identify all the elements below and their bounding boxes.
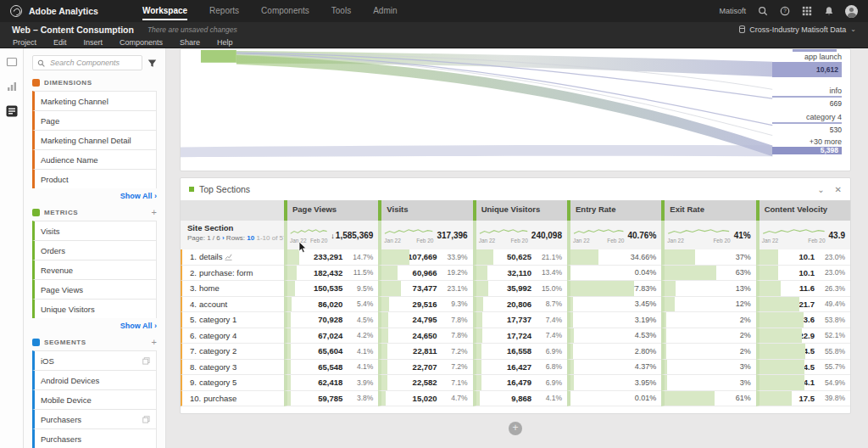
report-suite-selector[interactable]: Cross-Industry Matisoft Data ⌄ — [739, 25, 856, 34]
nav-item-admin[interactable]: Admin — [373, 0, 397, 22]
nav-item-reports[interactable]: Reports — [209, 0, 239, 22]
notifications-bell-icon[interactable] — [823, 6, 834, 17]
menu-item-edit[interactable]: Edit — [53, 38, 67, 47]
collapse-panel-icon[interactable]: ⌄ — [817, 185, 824, 194]
cell-value: 182,432 — [314, 268, 342, 277]
menu-item-project[interactable]: Project — [13, 38, 36, 47]
table-row-category-3[interactable]: 8.category 3 — [181, 360, 284, 376]
visualizations-icon[interactable] — [5, 80, 18, 92]
flow-node-app-launch[interactable]: app launch10,612 — [772, 53, 842, 77]
sidebar-item-page[interactable]: Page — [32, 110, 157, 130]
cell-value: 50,625 — [507, 252, 531, 261]
close-panel-icon[interactable]: ✕ — [835, 185, 842, 194]
search-components-input[interactable] — [48, 58, 137, 68]
sidebar-item-audience-name[interactable]: Audience Name — [32, 149, 157, 169]
show-all-metrics[interactable]: Show All › — [32, 322, 157, 330]
cell-visits: 24,7957.8% — [378, 312, 472, 328]
show-all-dimensions[interactable]: Show All › — [32, 192, 157, 200]
table-row-category-1[interactable]: 5.category 1 — [181, 312, 284, 328]
apps-grid-icon[interactable] — [801, 6, 812, 17]
flow-node--30-more[interactable]: +30 more5,398 — [772, 137, 842, 154]
cell-percent: 26.3% — [818, 284, 845, 293]
column-header-page-views[interactable]: Page Views — [284, 200, 378, 221]
cell-value: 32,110 — [507, 268, 531, 277]
table-row-details[interactable]: 1.details — [181, 249, 284, 266]
cell-percent: 4.5% — [346, 316, 373, 324]
cell-bar — [570, 344, 573, 359]
cell-value: 35,992 — [507, 283, 531, 293]
cell-value: 24,650 — [413, 331, 437, 340]
nav-item-tools[interactable]: Tools — [331, 0, 351, 22]
sidebar-item-unique-visitors[interactable]: Unique Visitors — [32, 299, 157, 318]
cell-bar — [570, 281, 634, 296]
cell-rate: 3.45% — [635, 300, 657, 308]
filter-icon[interactable] — [147, 59, 157, 68]
user-avatar[interactable] — [845, 5, 858, 18]
segments-icon — [32, 339, 40, 346]
row-rank: 2. — [190, 268, 197, 277]
next-page-chevron[interactable]: › — [222, 234, 225, 242]
flow-source-node[interactable] — [201, 50, 236, 63]
cell-bar — [760, 249, 778, 265]
sidebar-item-page-views[interactable]: Page Views — [32, 279, 157, 299]
menu-item-share[interactable]: Share — [180, 38, 200, 47]
site-section-header[interactable]: Site Section — [187, 223, 281, 232]
add-segments-button[interactable]: + — [152, 339, 157, 346]
sidebar-item-purchasers[interactable]: Purchasers — [32, 428, 157, 448]
menu-item-help[interactable]: Help — [217, 38, 233, 47]
flow-node-info[interactable]: info669 — [772, 87, 842, 108]
column-header-content-velocity[interactable]: Content Velocity — [756, 200, 850, 221]
table-row-purchase[interactable]: 10.purchase — [181, 391, 284, 407]
table-row-purchase-form[interactable]: 2.purchase: form — [181, 266, 284, 282]
table-row-category-2[interactable]: 7.category 2 — [181, 344, 284, 360]
menu-item-components[interactable]: Components — [120, 38, 163, 47]
cell-entry-rate: 77.83% — [567, 281, 661, 297]
column-header-exit-rate[interactable]: Exit Rate — [661, 200, 755, 221]
add-metrics-button[interactable]: + — [152, 209, 157, 216]
search-icon[interactable] — [757, 6, 768, 17]
menu-item-insert[interactable]: Insert — [84, 38, 103, 47]
cell-bar — [760, 391, 792, 406]
sidebar-item-ios[interactable]: iOS — [32, 350, 157, 370]
trend-view-icon[interactable] — [225, 253, 232, 260]
table-row-category-4[interactable]: 6.category 4 — [181, 328, 284, 344]
help-icon[interactable]: ? — [779, 6, 790, 17]
cell-rate: 3% — [740, 378, 751, 387]
cell-bar — [476, 312, 482, 328]
sidebar-item-product[interactable]: Product — [32, 169, 157, 188]
component-label: iOS — [41, 356, 54, 366]
sidebar-item-mobile-device[interactable]: Mobile Device — [32, 389, 157, 409]
sidebar-item-orders[interactable]: Orders — [32, 240, 157, 260]
cell-rate: 3.19% — [635, 316, 657, 324]
rows-per-page[interactable]: 10 — [247, 234, 254, 242]
panels-icon[interactable] — [5, 55, 18, 68]
table-row-account[interactable]: 4.account — [181, 297, 284, 313]
flow-node-category-4[interactable]: category 4530 — [772, 113, 842, 134]
sort-descending-icon[interactable]: ↓ — [331, 232, 335, 240]
sidebar-item-purchasers[interactable]: Purchasers — [32, 409, 157, 428]
cell-exit-rate: 37% — [661, 249, 755, 266]
sidebar-item-revenue[interactable]: Revenue — [32, 260, 157, 279]
column-header-entry-rate[interactable]: Entry Rate — [567, 200, 661, 221]
project-bar: Web – Content Consumption There are unsa… — [0, 22, 868, 36]
table-row-home[interactable]: 3.home — [181, 281, 284, 297]
row-rank: 7. — [190, 346, 197, 356]
column-header-unique-visitors[interactable]: Unique Visitors — [473, 200, 567, 221]
table-row-category-5[interactable]: 9.category 5 — [181, 375, 284, 391]
cell-bar — [665, 328, 666, 344]
nav-item-workspace[interactable]: Workspace — [142, 0, 187, 22]
components-table-icon[interactable] — [5, 104, 18, 117]
cell-content-velocity: 21.749.4% — [756, 297, 850, 313]
sidebar-item-android-devices[interactable]: Android Devices — [32, 370, 157, 389]
cell-page-views: 65,6044.1% — [284, 344, 378, 360]
cell-bar — [476, 297, 483, 312]
column-header-visits[interactable]: Visits — [378, 200, 472, 221]
row-rank: 8. — [190, 362, 197, 372]
cell-bar — [760, 297, 800, 312]
cell-percent: 14.7% — [346, 253, 373, 261]
sidebar-item-marketing-channel[interactable]: Marketing Channel — [32, 91, 157, 110]
nav-item-components[interactable]: Components — [261, 0, 309, 22]
sidebar-item-visits[interactable]: Visits — [32, 221, 157, 240]
sidebar-item-marketing-channel-detail[interactable]: Marketing Channel Detail — [32, 130, 157, 149]
cell-content-velocity: 24.555.7% — [756, 360, 850, 376]
